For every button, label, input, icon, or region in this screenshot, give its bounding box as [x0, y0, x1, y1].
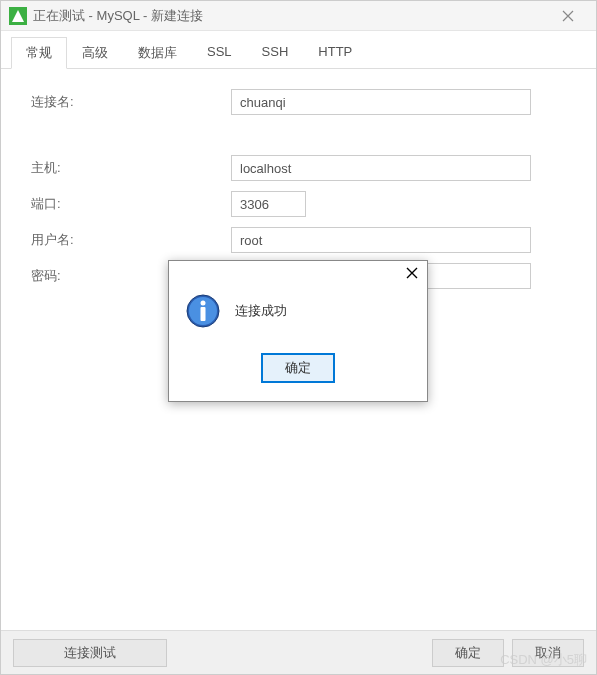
- label-port: 端口:: [31, 195, 231, 213]
- info-icon: [185, 293, 221, 329]
- svg-point-3: [201, 301, 206, 306]
- tab-advanced[interactable]: 高级: [67, 37, 123, 69]
- row-connection-name: 连接名:: [31, 89, 566, 115]
- input-connection-name[interactable]: [231, 89, 531, 115]
- dialog-footer: 连接测试 确定 取消: [1, 630, 596, 674]
- titlebar: 正在测试 - MySQL - 新建连接: [1, 1, 596, 31]
- close-icon[interactable]: [548, 1, 588, 30]
- message-dialog: 连接成功 确定: [168, 260, 428, 402]
- label-connection-name: 连接名:: [31, 93, 231, 111]
- tab-bar: 常规 高级 数据库 SSL SSH HTTP: [1, 31, 596, 69]
- modal-close-icon[interactable]: [405, 266, 419, 284]
- ok-button[interactable]: 确定: [432, 639, 504, 667]
- modal-header: [169, 261, 427, 289]
- input-username[interactable]: [231, 227, 531, 253]
- modal-body: 连接成功: [169, 289, 427, 345]
- row-host: 主机:: [31, 155, 566, 181]
- modal-message: 连接成功: [235, 302, 287, 320]
- tab-database[interactable]: 数据库: [123, 37, 192, 69]
- label-username: 用户名:: [31, 231, 231, 249]
- label-host: 主机:: [31, 159, 231, 177]
- tab-ssl[interactable]: SSL: [192, 37, 247, 69]
- modal-footer: 确定: [169, 345, 427, 401]
- modal-ok-button[interactable]: 确定: [261, 353, 335, 383]
- tab-ssh[interactable]: SSH: [247, 37, 304, 69]
- row-port: 端口:: [31, 191, 566, 217]
- cancel-button[interactable]: 取消: [512, 639, 584, 667]
- test-connection-button[interactable]: 连接测试: [13, 639, 167, 667]
- tab-general[interactable]: 常规: [11, 37, 67, 69]
- app-icon: [9, 7, 27, 25]
- input-host[interactable]: [231, 155, 531, 181]
- row-username: 用户名:: [31, 227, 566, 253]
- window-title: 正在测试 - MySQL - 新建连接: [33, 7, 548, 25]
- input-port[interactable]: [231, 191, 306, 217]
- tab-http[interactable]: HTTP: [303, 37, 367, 69]
- svg-rect-4: [201, 307, 206, 321]
